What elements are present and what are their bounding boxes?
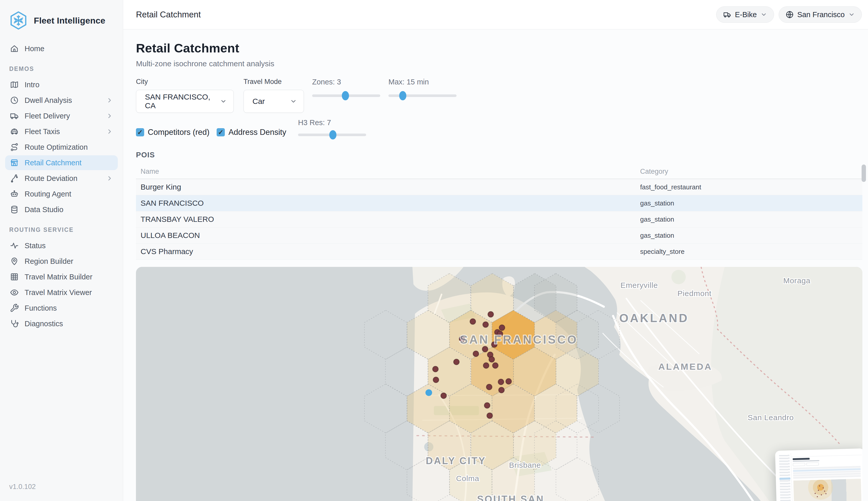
travel-mode-select[interactable]: Car	[243, 90, 304, 113]
sidebar-item-label: Fleet Taxis	[24, 127, 101, 136]
address-density-checkbox[interactable]: ✓	[217, 128, 225, 136]
map-place-label: SOUTH SAN	[477, 494, 544, 501]
competitor-point[interactable]	[473, 351, 479, 357]
topbar-title: Retail Catchment	[136, 10, 201, 20]
chevron-down-icon	[220, 98, 227, 105]
map-container[interactable]: SAN FRANCISCOOAKLANDEmeryvillePiedmontMo…	[136, 267, 862, 501]
competitor-point[interactable]	[493, 363, 498, 369]
sidebar-item-fleet-taxis[interactable]: Fleet Taxis	[5, 124, 118, 139]
max-time-slider[interactable]	[388, 94, 457, 97]
sidebar-item-label: Travel Matrix Viewer	[24, 288, 113, 297]
h3-res-slider[interactable]	[298, 134, 366, 136]
competitors-checkbox[interactable]: ✓	[136, 128, 144, 136]
column-header-name: Name	[136, 168, 640, 175]
competitor-point[interactable]	[506, 379, 511, 384]
sidebar-item-label: Travel Matrix Builder	[24, 273, 113, 281]
poi-name: ULLOA BEACON	[136, 231, 640, 240]
sidebar-item-status[interactable]: Status	[5, 238, 118, 253]
competitor-point[interactable]	[499, 387, 504, 393]
competitor-point[interactable]	[487, 384, 492, 390]
sidebar-item-functions[interactable]: Functions	[5, 301, 118, 316]
competitor-point[interactable]	[498, 379, 504, 385]
controls-row-2: ✓ Competitors (red) ✓ Address Density H3…	[136, 118, 862, 137]
competitor-point[interactable]	[433, 377, 439, 383]
competitor-point[interactable]	[482, 347, 488, 352]
h3-res-slider-label: H3 Res: 7	[298, 118, 331, 127]
poi-name: TRANSBAY VALERO	[136, 215, 640, 224]
map-pin-icon	[10, 257, 19, 266]
chevron-down-icon	[761, 11, 767, 18]
sidebar-item-diagnostics[interactable]: Diagnostics	[5, 316, 118, 331]
poi-category: gas_station	[640, 199, 862, 207]
sidebar-item-label: Intro	[24, 81, 113, 89]
competitor-point[interactable]	[483, 322, 489, 328]
app-root: Fleet Intelligence Home DEMOS Intro	[0, 0, 868, 501]
activity-icon	[10, 241, 19, 250]
sidebar-item-intro[interactable]: Intro	[5, 77, 118, 92]
sidebar-item-travel-matrix-viewer[interactable]: Travel Matrix Viewer	[5, 285, 118, 300]
content-scrollbar-thumb[interactable]	[861, 164, 866, 182]
home-icon	[10, 44, 19, 53]
sidebar-item-region-builder[interactable]: Region Builder	[5, 254, 118, 269]
table-row[interactable]: CVS Pharmacy specialty_store	[136, 244, 862, 260]
sidebar-item-travel-matrix-builder[interactable]: Travel Matrix Builder	[5, 269, 118, 284]
sidebar-item-fleet-delivery[interactable]: Fleet Delivery	[5, 108, 118, 123]
competitor-point[interactable]	[441, 393, 447, 398]
map-canvas[interactable]: SAN FRANCISCOOAKLANDEmeryvillePiedmontMo…	[136, 267, 862, 501]
sidebar: Fleet Intelligence Home DEMOS Intro	[0, 0, 123, 501]
map-place-label: SAN FRANCISCO	[460, 333, 578, 346]
table-row[interactable]: Burger King fast_food_restaurant	[136, 179, 862, 195]
competitor-point[interactable]	[454, 359, 459, 365]
chevron-down-icon	[848, 11, 855, 18]
competitor-point[interactable]	[499, 325, 505, 331]
mini-content	[791, 455, 862, 501]
zones-slider[interactable]	[312, 94, 380, 97]
competitor-point[interactable]	[483, 363, 489, 369]
chevron-right-icon	[106, 112, 113, 119]
sidebar-section-demos: DEMOS	[0, 57, 123, 76]
sidebar-item-home[interactable]: Home	[5, 41, 118, 56]
competitor-point[interactable]	[489, 357, 495, 362]
travel-mode-pill-button[interactable]: E-Bike	[716, 7, 774, 23]
competitor-point[interactable]	[470, 319, 476, 324]
competitor-point[interactable]	[487, 413, 493, 418]
screen-share-preview[interactable]	[775, 448, 862, 501]
travel-mode-label: Travel Mode	[243, 78, 304, 86]
poi-name: Burger King	[136, 183, 640, 191]
topbar-pills: E-Bike San Francisco	[716, 7, 862, 23]
city-select[interactable]: SAN FRANCISCO, CA	[136, 90, 234, 113]
max-time-slider-label: Max: 15 min	[388, 78, 429, 86]
controls-row: City SAN FRANCISCO, CA Travel Mode Car Z…	[136, 78, 862, 113]
max-time-slider-thumb[interactable]	[399, 91, 406, 100]
competitor-point[interactable]	[484, 403, 490, 408]
table-row[interactable]: ULLOA BEACON gas_station	[136, 227, 862, 244]
address-density-checkbox-wrap[interactable]: ✓ Address Density	[217, 128, 286, 137]
page-title: Retail Catchment	[136, 41, 862, 55]
city-pill-button[interactable]: San Francisco	[778, 7, 862, 23]
sidebar-item-routing-agent[interactable]: Routing Agent	[5, 186, 118, 201]
competitor-point[interactable]	[433, 366, 438, 372]
competitor-point[interactable]	[488, 312, 494, 317]
map-place-label: Emeryville	[620, 281, 658, 289]
table-row[interactable]: TRANSBAY VALERO gas_station	[136, 211, 862, 227]
sidebar-item-retail-catchment[interactable]: Retail Catchment	[5, 155, 118, 170]
table-row[interactable]: SAN FRANCISCO gas_station	[136, 195, 862, 211]
sidebar-item-route-deviation[interactable]: Route Deviation	[5, 171, 118, 186]
sidebar-item-label: Home	[24, 44, 113, 53]
zones-slider-thumb[interactable]	[342, 91, 349, 100]
robot-icon	[10, 189, 19, 199]
sidebar-item-route-optimization[interactable]: Route Optimization	[5, 140, 118, 154]
h3-res-slider-thumb[interactable]	[329, 130, 336, 139]
chevron-right-icon	[106, 97, 113, 104]
sidebar-item-data-studio[interactable]: Data Studio	[5, 202, 118, 217]
zones-slider-label: Zones: 3	[312, 78, 341, 86]
h3-res-slider-group: H3 Res: 7	[298, 118, 366, 136]
sidebar-item-label: Data Studio	[24, 205, 113, 214]
origin-point[interactable]	[426, 389, 432, 396]
competitors-checkbox-wrap[interactable]: ✓ Competitors (red)	[136, 128, 209, 137]
travel-mode-pill-label: E-Bike	[735, 10, 757, 19]
sidebar-item-dwell-analysis[interactable]: Dwell Analysis	[5, 93, 118, 108]
map-place-label: ALAMEDA	[658, 361, 712, 372]
mini-map	[793, 479, 861, 501]
sidebar-item-label: Status	[24, 242, 113, 250]
